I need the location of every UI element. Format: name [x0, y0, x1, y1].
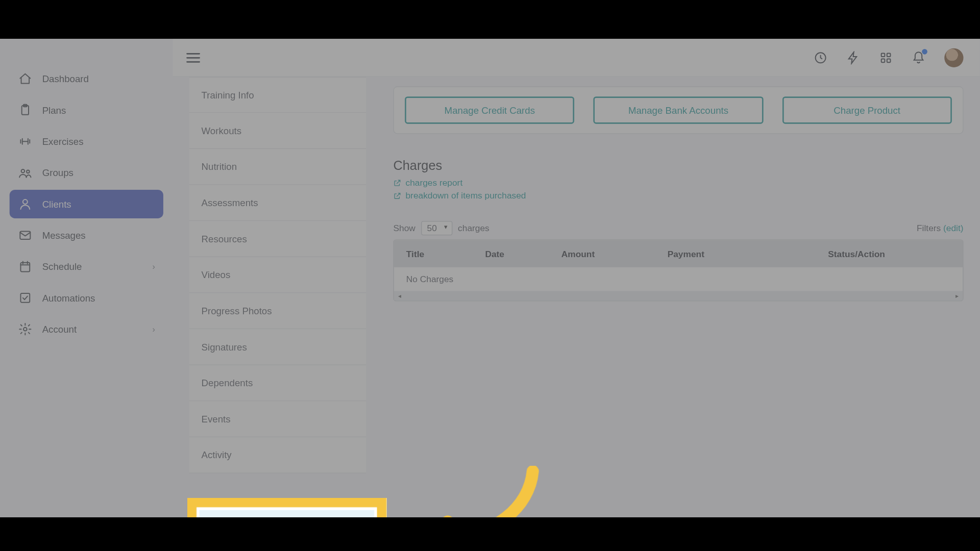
col-amount: Amount — [561, 248, 668, 259]
menu-toggle[interactable] — [186, 53, 200, 62]
table-next[interactable]: ▸ — [955, 292, 959, 299]
subnav-item-progress-photos[interactable]: Progress Photos — [189, 293, 366, 330]
sidebar-item-label: Schedule — [42, 261, 82, 272]
bell-icon[interactable] — [912, 51, 925, 64]
sidebar-item-dashboard[interactable]: Dashboard — [10, 65, 163, 93]
subnav-item-dependents[interactable]: Dependents — [189, 365, 366, 402]
chevron-right-icon: › — [153, 324, 155, 334]
sidebar-item-label: Automations — [42, 292, 95, 303]
subnav-item-workouts[interactable]: Workouts — [189, 113, 366, 149]
dumbbell-icon — [18, 134, 33, 149]
breakdown-text: breakdown of items purchased — [405, 190, 526, 201]
sidebar-item-label: Dashboard — [42, 73, 89, 84]
apps-icon[interactable] — [879, 51, 893, 64]
payment-actions: Manage Credit Cards Manage Bank Accounts… — [393, 86, 963, 134]
subnav-item-nutrition[interactable]: Nutrition — [189, 149, 366, 185]
subnav-item-signatures[interactable]: Signatures — [189, 329, 366, 365]
topbar — [173, 39, 980, 77]
clock-icon[interactable] — [814, 51, 827, 64]
clipboard-icon — [18, 103, 33, 117]
svg-point-2 — [21, 169, 25, 173]
show-prefix: Show — [393, 223, 415, 233]
subnav-item-assessments[interactable]: Assessments — [189, 185, 366, 221]
charges-report-link[interactable]: charges report — [393, 178, 963, 188]
chevron-right-icon: › — [153, 262, 155, 271]
checkbox-icon — [18, 290, 33, 305]
show-suffix: charges — [458, 223, 489, 233]
sidebar-item-label: Messages — [42, 230, 86, 241]
charges-table: Title Date Amount Payment Status/Action … — [393, 239, 963, 301]
sidebar-item-account[interactable]: Account› — [10, 315, 163, 343]
charges-report-text: charges report — [405, 178, 462, 188]
sidebar-item-label: Groups — [42, 167, 74, 178]
table-empty: No Charges — [394, 267, 963, 291]
subnav-item-events[interactable]: Events — [189, 401, 366, 437]
calendar-icon — [18, 259, 33, 274]
breakdown-link[interactable]: breakdown of items purchased — [393, 190, 963, 201]
filters-edit-link[interactable]: (edit) — [943, 223, 963, 233]
sidebar: DashboardPlansExercisesGroupsClientsMess… — [0, 39, 173, 517]
svg-rect-6 — [20, 263, 30, 272]
client-subnav: Training InfoWorkoutsNutritionAssessment… — [180, 77, 376, 517]
main-content: Manage Credit Cards Manage Bank Accounts… — [386, 77, 970, 517]
sidebar-item-label: Exercises — [42, 136, 84, 147]
bolt-icon[interactable] — [846, 51, 860, 64]
filters-label: Filters (edit) — [917, 223, 963, 233]
col-payment: Payment — [668, 248, 828, 259]
table-prev[interactable]: ◂ — [398, 292, 402, 299]
svg-point-3 — [27, 170, 30, 173]
subnav-item-training-info[interactable]: Training Info — [189, 77, 366, 113]
col-title: Title — [406, 248, 485, 259]
person-icon — [18, 196, 33, 211]
lifecycle-highlight: Lifecycle — [187, 498, 387, 517]
sidebar-item-plans[interactable]: Plans — [10, 96, 163, 124]
subnav-item-videos[interactable]: Videos — [189, 257, 366, 293]
svg-point-4 — [23, 199, 28, 204]
charges-heading: Charges — [393, 159, 963, 173]
col-date: Date — [485, 248, 561, 259]
mail-icon — [18, 228, 33, 243]
subnav-item-activity[interactable]: Activity — [189, 437, 366, 473]
avatar[interactable] — [944, 48, 963, 67]
sidebar-item-groups[interactable]: Groups — [10, 159, 163, 187]
charge-product-button[interactable]: Charge Product — [782, 96, 951, 123]
col-status: Status/Action — [828, 248, 950, 259]
sidebar-item-label: Clients — [42, 198, 71, 209]
subnav-item-resources[interactable]: Resources — [189, 221, 366, 257]
gear-icon — [18, 322, 33, 337]
sidebar-item-automations[interactable]: Automations — [10, 284, 163, 312]
svg-point-8 — [23, 328, 27, 331]
svg-rect-11 — [887, 53, 891, 57]
svg-rect-12 — [881, 59, 885, 62]
sidebar-item-label: Account — [42, 324, 77, 335]
groups-icon — [18, 165, 33, 180]
show-count-select[interactable]: 50 — [421, 221, 453, 235]
manage-bank-accounts-button[interactable]: Manage Bank Accounts — [594, 96, 763, 123]
sidebar-item-label: Plans — [42, 105, 66, 115]
svg-rect-10 — [881, 53, 885, 57]
svg-rect-13 — [887, 59, 891, 62]
sidebar-item-clients[interactable]: Clients — [10, 190, 163, 218]
sidebar-item-messages[interactable]: Messages — [10, 221, 163, 249]
manage-credit-cards-button[interactable]: Manage Credit Cards — [405, 96, 574, 123]
sidebar-item-schedule[interactable]: Schedule› — [10, 253, 163, 281]
subnav-item-lifecycle[interactable]: Lifecycle — [197, 507, 377, 517]
svg-rect-7 — [20, 293, 30, 303]
home-icon — [18, 71, 33, 86]
show-row: Show 50 charges Filters (edit) — [393, 221, 963, 235]
sidebar-item-exercises[interactable]: Exercises — [10, 127, 163, 156]
